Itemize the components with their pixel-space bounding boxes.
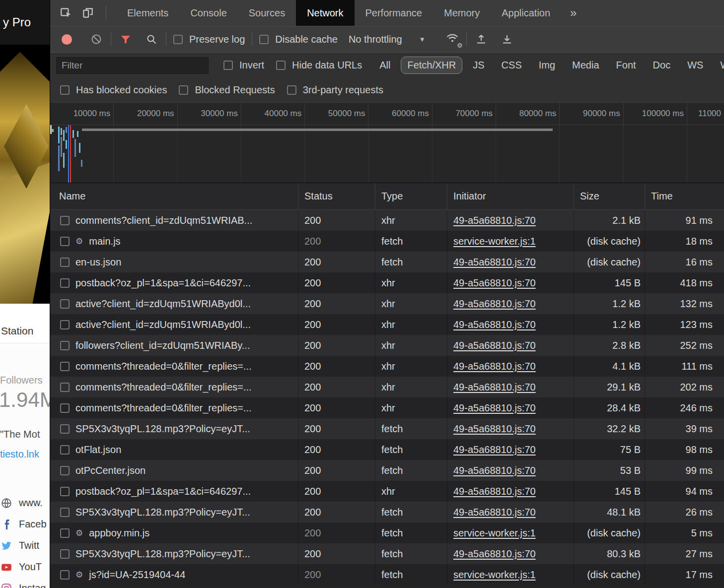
row-checkbox[interactable] (60, 341, 70, 350)
3rd-party-requests-checkbox[interactable]: 3rd-party requests (287, 84, 383, 96)
row-checkbox[interactable] (60, 320, 70, 329)
tab-network[interactable]: Network (296, 0, 354, 26)
tab-elements[interactable]: Elements (116, 0, 179, 26)
column-header-initiator[interactable]: Initiator (447, 183, 574, 209)
bio-link[interactable]: tiesto.lnk (0, 449, 39, 460)
social-link-instag[interactable]: Instag (1, 578, 50, 588)
device-toolbar-button[interactable] (77, 0, 99, 26)
station-tab[interactable]: Station (0, 304, 50, 343)
request-initiator-link[interactable]: 49-a5a68810.js:70 (453, 340, 536, 351)
column-header-status[interactable]: Status (298, 183, 375, 209)
request-row[interactable]: active?client_id=zdUqm51WRIAByd0l...200x… (50, 293, 724, 314)
social-link-twitt[interactable]: Twitt (1, 535, 50, 556)
request-row[interactable]: ⚙appboy.min.js200fetchservice-worker.js:… (50, 523, 724, 543)
row-checkbox[interactable] (60, 549, 70, 559)
chip-media[interactable]: Media (566, 57, 605, 74)
row-checkbox[interactable] (60, 258, 70, 267)
chip-font[interactable]: Font (610, 57, 643, 74)
request-initiator-link[interactable]: 49-a5a68810.js:70 (453, 423, 536, 435)
disable-cache-checkbox[interactable]: Disable cache (259, 34, 338, 45)
row-checkbox[interactable] (60, 237, 70, 246)
request-initiator-link[interactable]: service-worker.js:1 (453, 236, 536, 247)
chip-w[interactable]: W (714, 57, 724, 74)
request-initiator-link[interactable]: 49-a5a68810.js:70 (453, 257, 536, 268)
request-initiator-link[interactable]: 49-a5a68810.js:70 (453, 548, 536, 560)
filter-toggle-button[interactable] (118, 33, 133, 45)
timeline-graph[interactable] (50, 125, 724, 183)
row-checkbox[interactable] (60, 278, 70, 288)
row-checkbox[interactable] (60, 570, 70, 580)
request-initiator-link[interactable]: 49-a5a68810.js:70 (453, 319, 536, 330)
network-conditions-button[interactable]: ⚙ (445, 32, 459, 47)
social-link-faceb[interactable]: Faceb (1, 514, 50, 535)
request-initiator-link[interactable]: 49-a5a68810.js:70 (453, 382, 536, 393)
column-header-type[interactable]: Type (375, 183, 447, 209)
request-initiator-link[interactable]: 49-a5a68810.js:70 (453, 277, 536, 289)
tab-sources[interactable]: Sources (238, 0, 296, 26)
hide-data-urls-checkbox[interactable]: Hide data URLs (276, 60, 362, 71)
chip-img[interactable]: Img (532, 57, 562, 74)
request-row[interactable]: SP5X3v3tyqPL.128.mp3?Policy=eyJT...200fe… (50, 418, 724, 439)
request-row[interactable]: active?client_id=zdUqm51WRIAByd0l...200x… (50, 314, 724, 335)
row-checkbox[interactable] (60, 445, 70, 455)
row-checkbox[interactable] (60, 216, 70, 225)
request-row[interactable]: postback?oz_pl=1&spa=1&ci=646297...200xh… (50, 272, 724, 293)
request-row[interactable]: ⚙js?id=UA-2519404-44200fetchservice-work… (50, 564, 724, 585)
column-header-name[interactable]: Name (50, 183, 298, 209)
clear-button[interactable] (89, 33, 104, 45)
row-checkbox[interactable] (60, 403, 70, 413)
chip-fetch-xhr[interactable]: Fetch/XHR (401, 57, 462, 74)
inspect-element-button[interactable] (55, 0, 77, 26)
social-link-yout[interactable]: YouT (1, 556, 50, 578)
request-row[interactable]: comments?threaded=0&filter_replies=...20… (50, 356, 724, 377)
tab-console[interactable]: Console (179, 0, 237, 26)
row-checkbox[interactable] (60, 299, 70, 309)
row-checkbox[interactable] (60, 528, 70, 538)
tab-application[interactable]: Application (491, 0, 561, 26)
tab-memory[interactable]: Memory (433, 0, 491, 26)
column-header-size[interactable]: Size (574, 183, 645, 209)
column-header-time[interactable]: Time (645, 183, 724, 209)
record-button[interactable] (62, 34, 72, 45)
preserve-log-checkbox[interactable]: Preserve log (173, 34, 245, 45)
row-checkbox[interactable] (60, 362, 70, 371)
request-initiator-link[interactable]: 49-a5a68810.js:70 (453, 507, 536, 518)
row-checkbox[interactable] (60, 383, 70, 392)
export-har-button[interactable] (500, 33, 514, 45)
blocked-requests-checkbox[interactable]: Blocked Requests (179, 84, 275, 96)
row-checkbox[interactable] (60, 466, 70, 475)
more-tabs-button[interactable]: » (561, 0, 585, 26)
request-row[interactable]: otPcCenter.json200fetch49-a5a68810.js:70… (50, 460, 724, 481)
row-checkbox[interactable] (60, 424, 70, 434)
request-initiator-link[interactable]: 49-a5a68810.js:70 (453, 465, 536, 476)
chip-doc[interactable]: Doc (647, 57, 677, 74)
request-row[interactable]: postback?oz_pl=1&spa=1&ci=646297...200xh… (50, 481, 724, 502)
request-row[interactable]: comments?threaded=0&filter_replies=...20… (50, 397, 724, 418)
request-row[interactable]: followers?client_id=zdUqm51WRIABy...200x… (50, 335, 724, 356)
filter-input[interactable] (56, 57, 209, 74)
chip-all[interactable]: All (373, 57, 397, 74)
request-initiator-link[interactable]: 49-a5a68810.js:70 (453, 402, 536, 414)
has-blocked-cookies-checkbox[interactable]: Has blocked cookies (60, 84, 167, 96)
tab-performance[interactable]: Performance (355, 0, 434, 26)
chip-css[interactable]: CSS (495, 57, 528, 74)
invert-checkbox[interactable]: Invert (223, 60, 264, 71)
row-checkbox[interactable] (60, 508, 70, 517)
timeline-ruler[interactable]: 10000 ms20000 ms30000 ms40000 ms50000 ms… (50, 103, 724, 125)
request-row[interactable]: SP5X3v3tyqPL.128.mp3?Policy=eyJT...200fe… (50, 543, 724, 564)
chip-ws[interactable]: WS (681, 57, 710, 74)
request-row[interactable]: otFlat.json200fetch49-a5a68810.js:7075 B… (50, 439, 724, 460)
request-initiator-link[interactable]: 49-a5a68810.js:70 (453, 444, 536, 456)
request-initiator-link[interactable]: service-worker.js:1 (453, 527, 536, 539)
request-row[interactable]: en-us.json200fetch49-a5a68810.js:70(disk… (50, 252, 724, 272)
request-row[interactable]: SP5X3v3tyqPL.128.mp3?Policy=eyJT...200fe… (50, 502, 724, 523)
request-row[interactable]: ⚙main.js200fetchservice-worker.js:1(disk… (50, 231, 724, 252)
request-initiator-link[interactable]: 49-a5a68810.js:70 (453, 361, 536, 372)
request-row[interactable]: comments?threaded=0&filter_replies=...20… (50, 377, 724, 397)
search-button[interactable] (144, 33, 159, 45)
row-checkbox[interactable] (60, 487, 70, 496)
request-initiator-link[interactable]: 49-a5a68810.js:70 (453, 298, 536, 310)
social-link-www[interactable]: www. (1, 492, 50, 514)
request-initiator-link[interactable]: 49-a5a68810.js:70 (453, 215, 536, 226)
throttling-select[interactable]: No throttling ▼ (349, 34, 426, 45)
